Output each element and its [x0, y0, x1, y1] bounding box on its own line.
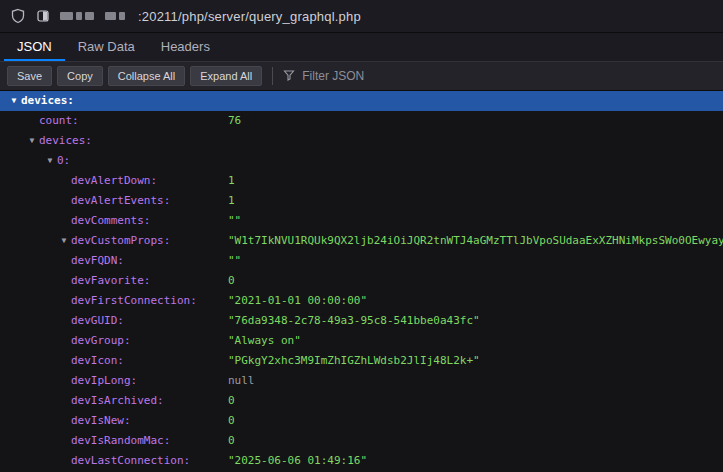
json-row[interactable]: ▼ devComments: ""	[0, 211, 723, 231]
copy-button[interactable]: Copy	[57, 66, 103, 86]
json-key: devAlertEvents:	[71, 191, 170, 211]
json-value: 0	[228, 411, 235, 431]
json-key: devIsArchived:	[71, 391, 164, 411]
tab-raw-data[interactable]: Raw Data	[65, 33, 148, 61]
json-value: "W1t7IkNVU1RQUk9QX2ljb24iOiJQR2tnWTJ4aGM…	[228, 231, 723, 251]
json-row[interactable]: ▼ devFavorite: 0	[0, 271, 723, 291]
json-key: devAlertDown:	[71, 171, 157, 191]
json-value: "Always on"	[228, 331, 301, 351]
expand-arrow-icon[interactable]: ▼	[26, 131, 38, 151]
json-row[interactable]: ▼ devGUID: "76da9348-2c78-49a3-95c8-541b…	[0, 311, 723, 331]
json-value: 0	[228, 391, 235, 411]
json-key: devLastConnection:	[71, 451, 190, 471]
json-value: 76	[228, 111, 241, 131]
toolbar-divider	[272, 67, 273, 85]
collapse-all-button[interactable]: Collapse All	[108, 66, 185, 86]
url-text[interactable]: :20211/php/server/query_graphql.php	[138, 9, 361, 24]
json-key: devIsNew:	[71, 411, 131, 431]
json-row[interactable]: ▼ devIsNew: 0	[0, 411, 723, 431]
json-value: 1	[228, 191, 235, 211]
expand-arrow-icon[interactable]: ▼	[58, 231, 70, 251]
json-value: 0	[228, 431, 235, 451]
json-key: devFirstConnection:	[71, 291, 197, 311]
json-key: devComments:	[71, 211, 150, 231]
json-value: 0	[228, 271, 235, 291]
json-row[interactable]: ▼ devGroup: "Always on"	[0, 331, 723, 351]
json-value: "PGkgY2xhc3M9ImZhIGZhLWdsb2JlIj48L2k+"	[228, 351, 480, 371]
json-key: devices:	[39, 131, 92, 151]
expand-all-button[interactable]: Expand All	[190, 66, 262, 86]
json-tree: ▼ devices: ▼ count: 76 ▼ devices: ▼ 0: ▼…	[0, 91, 723, 472]
json-key: devIpLong:	[71, 371, 137, 391]
json-row[interactable]: ▼ devIsRandomMac: 0	[0, 431, 723, 451]
json-key: devFavorite:	[71, 271, 150, 291]
json-key: devices:	[21, 91, 74, 111]
tab-json[interactable]: JSON	[4, 33, 65, 61]
json-key: devIsRandomMac:	[71, 431, 170, 451]
json-row[interactable]: ▼ devFirstConnection: "2021-01-01 00:00:…	[0, 291, 723, 311]
filter-funnel-icon	[283, 67, 295, 85]
redacted-host	[60, 12, 128, 20]
json-key: 0:	[57, 151, 70, 171]
expand-arrow-icon[interactable]: ▼	[44, 151, 56, 171]
json-value: 1	[228, 171, 235, 191]
json-row[interactable]: ▼ devAlertDown: 1	[0, 171, 723, 191]
json-key: devCustomProps:	[71, 231, 170, 251]
json-value: "2025-06-06 01:49:16"	[228, 451, 367, 471]
json-key: devIcon:	[71, 351, 124, 371]
json-key: devGroup:	[71, 331, 131, 351]
json-row[interactable]: ▼ devices:	[0, 131, 723, 151]
json-toolbar: Save Copy Collapse All Expand All	[0, 62, 723, 91]
json-row[interactable]: ▼ devices:	[0, 91, 723, 111]
shield-icon[interactable]	[10, 8, 26, 24]
expand-arrow-icon[interactable]: ▼	[8, 91, 20, 111]
json-key: devFQDN:	[71, 251, 124, 271]
json-value: "2021-01-01 00:00:00"	[228, 291, 367, 311]
json-row[interactable]: ▼ devIcon: "PGkgY2xhc3M9ImZhIGZhLWdsb2Jl…	[0, 351, 723, 371]
extension-icon[interactable]	[36, 9, 50, 23]
json-viewer-tabbar: JSON Raw Data Headers	[0, 33, 723, 62]
json-row[interactable]: ▼ devCustomProps: "W1t7IkNVU1RQUk9QX2ljb…	[0, 231, 723, 251]
json-key: count:	[39, 111, 79, 131]
json-row[interactable]: ▼ 0:	[0, 151, 723, 171]
json-value: ""	[228, 211, 241, 231]
json-row[interactable]: ▼ devFQDN: ""	[0, 251, 723, 271]
filter-json-input[interactable]	[300, 68, 430, 84]
json-row[interactable]: ▼ devLastConnection: "2025-06-06 01:49:1…	[0, 451, 723, 471]
json-row[interactable]: ▼ count: 76	[0, 111, 723, 131]
json-row[interactable]: ▼ devIpLong: null	[0, 371, 723, 391]
tab-headers[interactable]: Headers	[148, 33, 223, 61]
json-key: devGUID:	[71, 311, 124, 331]
save-button[interactable]: Save	[7, 66, 52, 86]
json-value: null	[228, 371, 255, 391]
json-value: ""	[228, 251, 241, 271]
browser-url-bar: :20211/php/server/query_graphql.php	[0, 0, 723, 33]
json-row[interactable]: ▼ devAlertEvents: 1	[0, 191, 723, 211]
json-row[interactable]: ▼ devIsArchived: 0	[0, 391, 723, 411]
json-value: "76da9348-2c78-49a3-95c8-541bbe0a43fc"	[228, 311, 480, 331]
